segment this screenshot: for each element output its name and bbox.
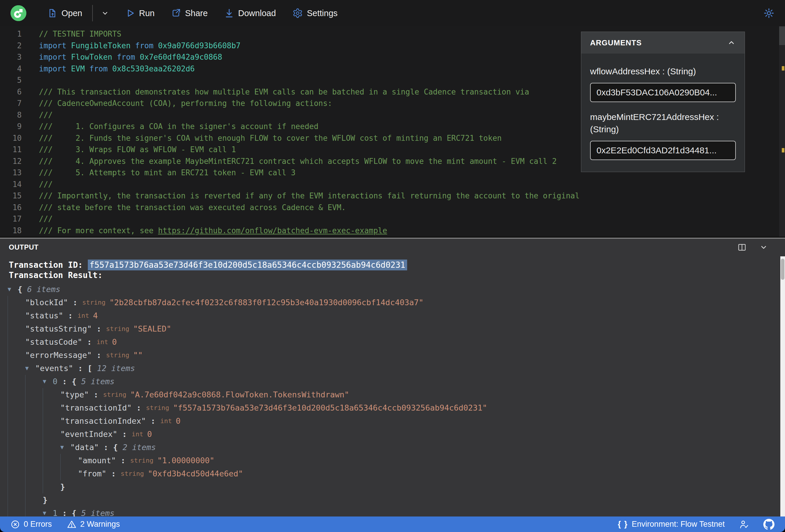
status-bar: 0 Errors 2 Warnings { } Environment: Flo…: [0, 516, 785, 532]
share-icon: [171, 8, 181, 18]
json-punc: :: [92, 322, 106, 335]
json-key: "blockId": [25, 296, 68, 309]
output-title: OUTPUT: [9, 243, 39, 251]
json-idx: 0: [53, 375, 57, 388]
indent-guide: [8, 322, 25, 335]
maybemint-address-input[interactable]: [590, 141, 736, 160]
transaction-id-value[interactable]: f557a1573b76aa53e73d46f3e10d200d5c18a653…: [88, 259, 407, 270]
json-punc: :: [92, 349, 106, 362]
flow-logo[interactable]: [10, 5, 26, 21]
line-number: 10: [0, 132, 22, 144]
wflow-address-input[interactable]: [590, 83, 736, 102]
errors-status[interactable]: 0 Errors: [10, 520, 52, 529]
output-scrollbar-thumb[interactable]: [781, 259, 784, 280]
error-circle-icon: [10, 520, 20, 529]
download-icon: [224, 8, 234, 18]
json-key: "from": [78, 467, 106, 480]
json-typ: int: [78, 309, 93, 322]
code-line[interactable]: ///: [39, 179, 785, 191]
chevron-up-icon[interactable]: [727, 38, 736, 47]
settings-button[interactable]: Settings: [293, 5, 338, 21]
line-number: 11: [0, 144, 22, 156]
json-str: "1.00000000": [157, 454, 214, 467]
code-link[interactable]: https://github.com/onflow/batched-evm-ex…: [158, 226, 387, 235]
json-punc: :: [116, 454, 130, 467]
open-button[interactable]: Open: [47, 5, 82, 21]
collapse-arrow-icon[interactable]: ▼: [43, 507, 53, 516]
braces-icon: { }: [618, 520, 628, 529]
indent-guide: [8, 480, 25, 493]
json-punc: : {: [99, 441, 123, 454]
json-typ: int: [132, 428, 147, 441]
json-items: 6 items: [27, 283, 60, 296]
indent-guide: [25, 507, 43, 516]
json-int: 0: [176, 414, 180, 428]
code-line[interactable]: ///: [39, 213, 785, 225]
chevron-down-icon: [101, 9, 109, 17]
line-number: 7: [0, 98, 22, 109]
json-items: 5 items: [81, 507, 115, 516]
json-typ: string: [130, 454, 157, 467]
output-scrollbar[interactable]: [780, 256, 785, 516]
code-token: /// 2. Funds the signer's COA with enoug…: [39, 134, 502, 143]
json-int: 0: [112, 335, 117, 349]
run-play-icon: [126, 8, 135, 18]
json-str: "SEALED": [133, 322, 171, 335]
json-row: "transactionId" : string "f557a1573b76aa…: [8, 401, 785, 414]
collapse-arrow-icon[interactable]: ▼: [25, 362, 35, 375]
editor-output-splitter[interactable]: [0, 237, 785, 239]
json-punc: :: [146, 414, 160, 428]
indent-guide: [43, 454, 60, 467]
code-token: ///: [39, 110, 53, 119]
json-str: "": [133, 349, 143, 362]
indent-guide: [25, 428, 43, 441]
json-punc: }: [43, 493, 47, 507]
code-line[interactable]: /// state before the transaction was exe…: [39, 202, 785, 213]
code-line[interactable]: /// For more context, see https://github…: [39, 225, 785, 237]
json-row: }: [8, 480, 785, 493]
download-label: Download: [238, 8, 276, 18]
code-line[interactable]: /// Importantly, the transaction is reve…: [39, 190, 785, 202]
warning-marker: [782, 66, 784, 71]
editor-scrollbar-thumb[interactable]: [779, 26, 785, 45]
code-token: /// 4. Approves the example MaybeMintERC…: [39, 157, 557, 166]
indent-guide: [25, 414, 43, 428]
run-button[interactable]: Run: [126, 5, 155, 21]
split-view-icon[interactable]: [738, 243, 746, 252]
collapse-output-icon[interactable]: [759, 243, 768, 252]
json-str: "0xfd3b4cd50d44e6ed": [148, 467, 243, 480]
theme-toggle-button[interactable]: [763, 5, 775, 22]
download-button[interactable]: Download: [224, 5, 276, 21]
collapse-arrow-icon[interactable]: ▼: [60, 441, 70, 454]
arguments-header[interactable]: ARGUMENTS: [581, 32, 744, 54]
share-button[interactable]: Share: [171, 5, 207, 21]
settings-label: Settings: [307, 8, 338, 18]
indent-guide: [25, 493, 43, 507]
warnings-status[interactable]: 2 Warnings: [67, 520, 120, 529]
settings-gear-icon: [293, 8, 303, 19]
indent-guide: [8, 493, 25, 507]
json-items: 5 items: [81, 375, 115, 388]
environment-status[interactable]: { } Environment: Flow Testnet: [618, 520, 725, 529]
json-key: "statusString": [25, 322, 92, 335]
transaction-result-tree: ▼{ 6 items"blockId" : string "2b28cbfb87…: [0, 283, 785, 516]
json-row: ▼"data" : { 2 items: [8, 441, 785, 454]
line-number: 16: [0, 202, 22, 213]
indent-guide: [25, 467, 43, 480]
code-token: /// Importantly, the transaction is reve…: [39, 192, 580, 200]
collapse-arrow-icon[interactable]: ▼: [8, 283, 18, 296]
json-items: 12 items: [97, 362, 135, 375]
editor-scrollbar[interactable]: [779, 26, 785, 237]
open-more-button[interactable]: [101, 6, 109, 20]
json-key: "amount": [78, 454, 116, 467]
json-typ: string: [121, 467, 148, 480]
indent-guide: [25, 401, 43, 414]
transaction-id-line: Transaction ID: f557a1573b76aa53e73d46f3…: [9, 260, 776, 270]
open-label: Open: [61, 8, 82, 18]
collapse-arrow-icon[interactable]: ▼: [43, 375, 53, 388]
github-icon[interactable]: [763, 519, 775, 530]
json-row: ▼0 : { 5 items: [8, 375, 785, 388]
feedback-person-icon[interactable]: [739, 519, 749, 530]
json-typ: string: [106, 322, 133, 335]
code-token: ///: [39, 180, 53, 189]
